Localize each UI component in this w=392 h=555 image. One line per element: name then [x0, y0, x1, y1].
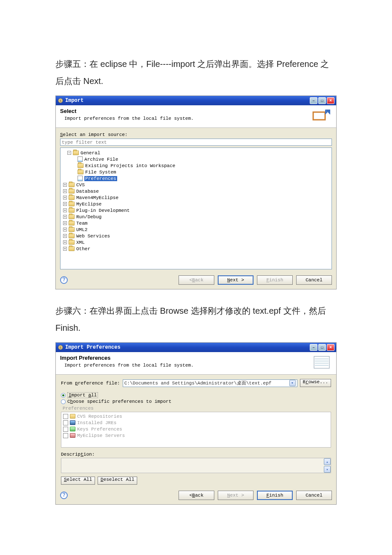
tree-node-general[interactable]: − General [63, 150, 329, 156]
browse-button[interactable]: Browse... [300, 379, 331, 387]
spin-down-icon[interactable]: ▾ [324, 466, 331, 473]
folder-icon [69, 195, 75, 200]
expand-icon[interactable]: + [63, 183, 67, 187]
tree-node-other[interactable]: + Other [63, 246, 329, 252]
close-button[interactable]: × [327, 344, 334, 351]
preference-file-combo[interactable]: C:\Documents and Settings\Administrator\… [123, 379, 297, 387]
tree-node-uml2[interactable]: + UML2 [63, 226, 329, 233]
expand-icon[interactable]: + [63, 228, 67, 231]
next-button[interactable]: Next > [218, 275, 254, 285]
step5-text: 步骤五：在 eclipse 中，File----import 之后弹出界面。选择… [55, 55, 337, 90]
minimize-button[interactable]: – [310, 97, 317, 104]
pref-item-cvs[interactable]: CVS Repositories [63, 413, 329, 419]
checkbox-icon[interactable] [63, 420, 68, 425]
finish-button[interactable]: Finish [257, 491, 293, 500]
tree-node-preferences[interactable]: Preferences [63, 175, 329, 182]
expand-icon[interactable]: + [63, 202, 67, 206]
source-tree[interactable]: − General Archive File Existing Projects… [60, 147, 332, 269]
next-button[interactable]: Next > [218, 491, 254, 500]
tree-node-webserv[interactable]: + Web Services [63, 233, 329, 239]
folder-icon [69, 240, 75, 245]
tree-node-archive[interactable]: Archive File [63, 156, 329, 162]
collapse-icon[interactable]: − [67, 151, 71, 155]
pref-item-label: Installed JREs [77, 420, 116, 425]
help-icon[interactable]: ? [60, 491, 68, 499]
titlebar[interactable]: S Import – ☐ × [56, 96, 336, 105]
minimize-button[interactable]: – [310, 344, 317, 351]
app-icon: S [58, 98, 63, 104]
checkbox-icon[interactable] [63, 427, 68, 432]
tree-label: Database [76, 189, 99, 194]
expand-icon[interactable]: + [63, 221, 67, 225]
dialog-footer: ? < Back Next > Finish Cancel [56, 272, 336, 289]
expand-icon[interactable]: + [63, 247, 67, 251]
pref-item-jres[interactable]: Installed JREs [63, 419, 329, 426]
folder-icon [70, 414, 75, 419]
finish-button[interactable]: Finish [257, 275, 293, 285]
expand-icon[interactable]: + [63, 234, 67, 238]
preferences-list: CVS Repositories Installed JREs Keys Pre… [61, 412, 331, 448]
from-label: From preference file: [61, 381, 120, 386]
expand-icon[interactable]: + [63, 240, 67, 244]
dialog-footer: ? < Back Next > Finish Cancel [56, 487, 336, 504]
back-button[interactable]: < Back [179, 491, 214, 500]
import-all-radio[interactable]: Import all [61, 392, 331, 398]
tree-label: Web Services [76, 234, 110, 239]
maximize-button[interactable]: ☐ [318, 344, 326, 351]
help-icon[interactable]: ? [60, 276, 68, 284]
tree-node-plugin[interactable]: + Plug-in Development [63, 207, 329, 214]
folder-icon [69, 234, 75, 238]
dialog-header: Select Import preferences from the local… [56, 105, 336, 128]
radio-icon [61, 393, 66, 398]
archive-file-icon [78, 156, 83, 162]
expand-icon[interactable]: + [63, 208, 67, 212]
close-button[interactable]: × [327, 97, 334, 104]
tree-label: CVS [76, 182, 85, 188]
filter-input[interactable] [60, 139, 332, 146]
expand-icon[interactable]: + [63, 215, 67, 219]
tree-label: Archive File [84, 157, 118, 162]
tree-node-xml[interactable]: + XML [63, 239, 329, 246]
maximize-button[interactable]: ☐ [318, 97, 326, 104]
tree-node-existing[interactable]: Existing Projects into Workspace [63, 162, 329, 169]
expand-icon[interactable]: + [63, 196, 67, 199]
tree-node-rundebug[interactable]: + Run/Debug [63, 214, 329, 220]
tree-node-database[interactable]: + Database [63, 188, 329, 194]
spin-up-icon[interactable]: ▴ [324, 458, 331, 465]
folder-icon [69, 208, 75, 213]
expand-icon[interactable]: + [63, 189, 67, 193]
preferences-label: Preferences [63, 406, 331, 411]
tree-label: Other [76, 246, 90, 251]
dropdown-arrow-icon[interactable]: ▾ [289, 380, 296, 386]
deselect-all-button[interactable]: Deselect All [98, 477, 137, 485]
folder-icon [69, 202, 75, 206]
pref-item-keys[interactable]: Keys Preferences [63, 426, 329, 432]
svg-rect-2 [313, 112, 325, 120]
header-desc: Import preferences from the local file s… [60, 363, 194, 368]
step6-text: 步骤六：在弹出界面上点击 Browse 选择刚才修改的 text.epf 文件，… [55, 302, 337, 336]
tree-node-team[interactable]: + Team [63, 220, 329, 226]
description-box: ▴ ▾ [61, 458, 331, 473]
folder-icon [69, 189, 75, 194]
tree-node-filesys[interactable]: File System [63, 169, 329, 175]
checkbox-icon[interactable] [63, 414, 68, 419]
cancel-button[interactable]: Cancel [296, 491, 332, 500]
choose-specific-radio[interactable]: Choose specific preferences to import [61, 399, 331, 404]
checkbox-icon[interactable] [63, 433, 68, 438]
tree-label: XML [76, 240, 85, 245]
tree-node-cvs[interactable]: + CVS [63, 182, 329, 188]
folder-icon [78, 170, 84, 174]
preferences-page-icon [311, 355, 332, 370]
tree-label-selected: Preferences [84, 176, 117, 181]
import-wizard-icon [311, 108, 332, 123]
header-title: Select [60, 108, 194, 114]
tree-node-maven[interactable]: + Maven4MyEclipse [63, 194, 329, 201]
tree-label: Maven4MyEclipse [76, 195, 118, 200]
svg-text:S: S [60, 99, 62, 103]
back-button[interactable]: < Back [179, 275, 214, 285]
pref-item-servers[interactable]: MyEclipse Servers [63, 432, 329, 439]
titlebar[interactable]: S Import Preferences – ☐ × [56, 343, 336, 352]
select-all-button[interactable]: Select All [61, 477, 95, 485]
tree-node-myeclipse[interactable]: + MyEclipse [63, 201, 329, 207]
cancel-button[interactable]: Cancel [296, 275, 332, 285]
